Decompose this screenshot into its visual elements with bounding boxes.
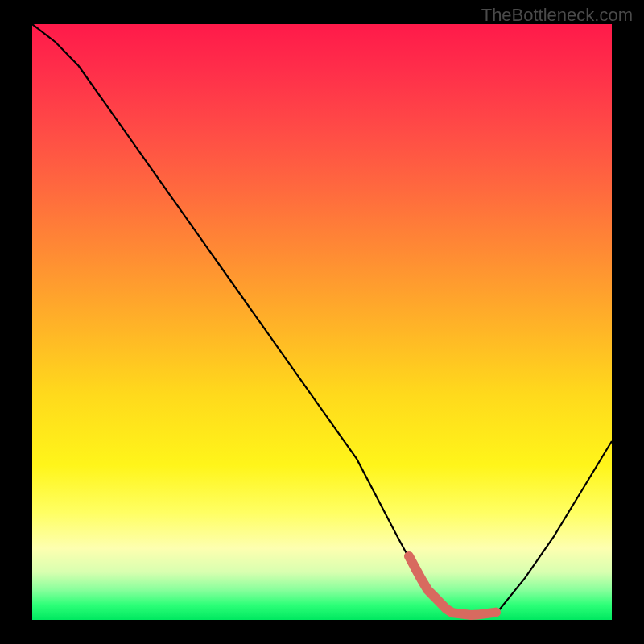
watermark-text: TheBottleneck.com bbox=[481, 5, 633, 26]
bottleneck-curve bbox=[32, 24, 612, 617]
optimal-highlight bbox=[409, 556, 496, 615]
chart-svg bbox=[32, 24, 612, 620]
plot-area bbox=[32, 24, 612, 620]
